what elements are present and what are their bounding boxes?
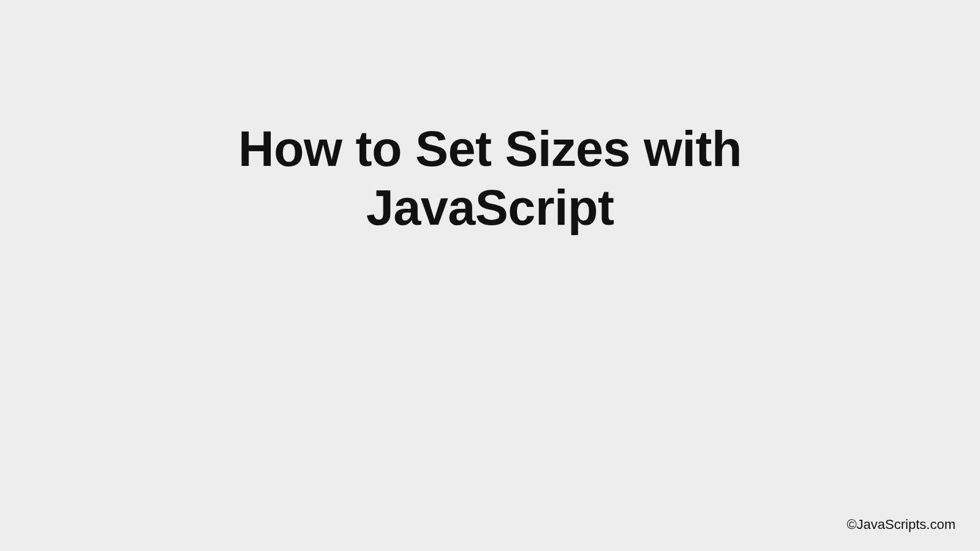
slide-title: How to Set Sizes with JavaScript — [184, 120, 796, 237]
slide-container: How to Set Sizes with JavaScript ©JavaSc… — [0, 0, 980, 551]
copyright-text: ©JavaScripts.com — [846, 517, 956, 533]
